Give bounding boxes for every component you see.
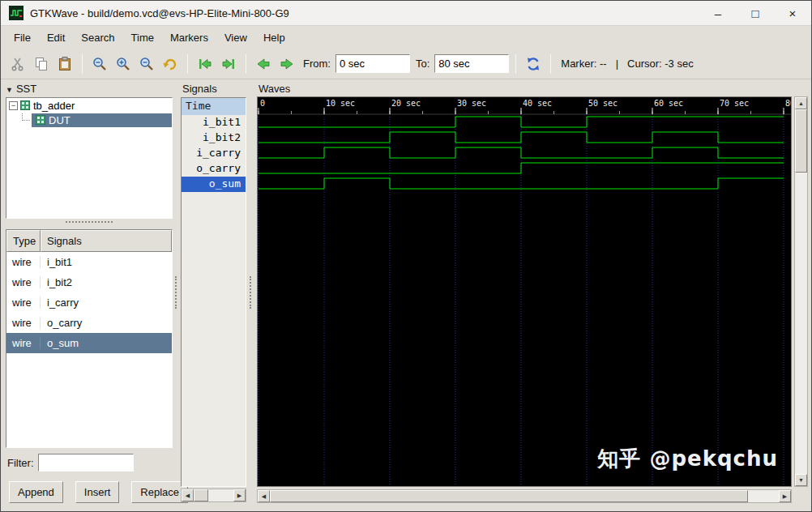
marker-cursor-separator: |	[616, 58, 618, 70]
window-title: GTKWave - build/demo.vcd@evs-HP-Elite-Mi…	[30, 7, 289, 19]
signal-type: wire	[6, 256, 41, 268]
signal-name-item[interactable]: i_carry	[182, 146, 246, 161]
shift-left-icon[interactable]	[253, 53, 274, 75]
replace-button[interactable]: Replace	[131, 481, 188, 503]
vertical-resize-grip[interactable]	[250, 276, 251, 309]
zoom-fit-icon[interactable]	[89, 53, 110, 75]
table-row[interactable]: wire o_carry	[6, 313, 172, 333]
tree-item-tb-adder[interactable]: − tb_adder	[6, 98, 172, 113]
cut-icon[interactable]	[7, 53, 28, 75]
fetch-right-icon[interactable]	[218, 53, 239, 75]
column-header-type[interactable]: Type	[6, 230, 41, 252]
signal-name-item[interactable]: i_bit1	[182, 115, 246, 130]
scrollbar-track[interactable]	[194, 489, 233, 501]
svg-text:30 sec: 30 sec	[457, 99, 486, 108]
svg-text:10 sec: 10 sec	[326, 99, 355, 108]
table-row[interactable]: wire i_bit2	[6, 272, 172, 292]
from-input[interactable]	[335, 54, 410, 73]
svg-text:60 sec: 60 sec	[654, 99, 683, 108]
zoom-out-icon[interactable]	[136, 53, 157, 75]
menu-markers[interactable]: Markers	[162, 28, 216, 48]
close-button[interactable]: ×	[774, 1, 811, 25]
menu-help[interactable]: Help	[255, 28, 293, 48]
window-controls: – □ ×	[699, 1, 811, 25]
menu-file[interactable]: File	[6, 28, 39, 48]
zoom-in-icon[interactable]	[113, 53, 134, 75]
waveform-svg: 010 sec20 sec30 sec40 sec50 sec60 sec70 …	[258, 97, 791, 486]
signal-name-item[interactable]: i_bit2	[182, 130, 246, 146]
filter-input[interactable]	[38, 454, 134, 471]
reload-icon[interactable]	[523, 53, 544, 75]
toolbar-separator	[187, 54, 188, 74]
toolbar-separator	[82, 54, 83, 74]
toolbar-separator	[515, 54, 516, 74]
menu-search[interactable]: Search	[73, 28, 122, 48]
table-row[interactable]: wire i_carry	[6, 292, 172, 313]
module-icon	[36, 115, 45, 125]
scrollbar-track[interactable]	[795, 109, 807, 474]
scroll-right-icon[interactable]: ▶	[779, 490, 791, 502]
tree-item-dut[interactable]: DUT	[6, 113, 172, 127]
vertical-resize-grip[interactable]	[175, 276, 177, 309]
scrollbar-thumb[interactable]	[795, 109, 807, 173]
menubar: File Edit Search Time Markers View Help	[1, 26, 811, 49]
sst-pane-header[interactable]: ▼SST	[6, 83, 36, 95]
append-button[interactable]: Append	[9, 481, 63, 503]
signal-names-panel: Time i_bit1 i_bit2 i_carry o_carry o_sum	[181, 97, 246, 487]
svg-text:0: 0	[260, 99, 265, 108]
waveform-canvas[interactable]: 010 sec20 sec30 sec40 sec50 sec60 sec70 …	[257, 96, 792, 487]
table-row[interactable]: wire i_bit1	[6, 252, 172, 272]
tree-selected-item[interactable]: DUT	[32, 113, 172, 127]
waves-pane-label: Waves	[259, 83, 290, 95]
scroll-left-icon[interactable]: ◀	[258, 490, 270, 502]
scroll-left-icon[interactable]: ◀	[182, 489, 194, 501]
insert-button[interactable]: Insert	[75, 481, 120, 503]
to-input[interactable]	[434, 54, 509, 73]
svg-text:50 sec: 50 sec	[588, 99, 618, 108]
toolbar-separator	[550, 54, 551, 74]
minimize-button[interactable]: –	[699, 1, 737, 25]
scroll-up-icon[interactable]: ▲	[795, 97, 807, 109]
tree-item-label: DUT	[49, 114, 71, 126]
scrollbar-track[interactable]	[270, 490, 779, 502]
waves-horizontal-scrollbar[interactable]: ◀ ▶	[257, 489, 792, 503]
horizontal-resize-grip[interactable]	[66, 221, 113, 223]
gtkwave-app-icon	[9, 6, 24, 20]
sst-label: SST	[16, 83, 36, 95]
table-row-selected[interactable]: wire o_sum	[6, 333, 172, 353]
svg-text:20 sec: 20 sec	[391, 99, 421, 108]
menu-edit[interactable]: Edit	[39, 28, 73, 48]
column-header-signals[interactable]: Signals	[41, 230, 172, 252]
menu-time[interactable]: Time	[123, 28, 162, 48]
from-label: From:	[303, 58, 331, 70]
signal-name-item-selected[interactable]: o_sum	[182, 177, 246, 192]
filter-row: Filter:	[7, 454, 134, 471]
watermark: 知乎 @pekqchu	[597, 445, 778, 473]
fetch-left-icon[interactable]	[194, 53, 216, 75]
scroll-down-icon[interactable]: ▼	[795, 474, 807, 486]
signal-type: wire	[6, 337, 41, 349]
menu-view[interactable]: View	[216, 28, 255, 48]
signal-name-item[interactable]: o_carry	[182, 161, 246, 177]
scrollbar-thumb[interactable]	[270, 490, 748, 502]
marker-readout: Marker: --	[561, 58, 606, 70]
expander-minus-icon[interactable]: −	[9, 101, 18, 110]
module-icon	[20, 100, 30, 110]
signal-name: o_sum	[41, 337, 172, 349]
shift-right-icon[interactable]	[276, 53, 297, 75]
signal-type: wire	[6, 317, 41, 329]
copy-icon[interactable]	[31, 53, 52, 75]
signal-name: i_bit1	[41, 256, 172, 268]
zoom-undo-icon[interactable]	[160, 53, 181, 75]
signals-pane-label: Signals	[182, 83, 217, 95]
titlebar[interactable]: GTKWave - build/demo.vcd@evs-HP-Elite-Mi…	[1, 1, 811, 26]
svg-text:40 sec: 40 sec	[523, 99, 552, 108]
waves-vertical-scrollbar[interactable]: ▲ ▼	[794, 96, 808, 487]
cursor-readout: Cursor: -3 sec	[627, 58, 694, 70]
signals-horizontal-scrollbar[interactable]: ◀ ▶	[181, 489, 246, 502]
scroll-right-icon[interactable]: ▶	[233, 489, 246, 501]
scrollbar-thumb[interactable]	[194, 489, 208, 501]
signal-name: o_carry	[41, 317, 172, 329]
maximize-button[interactable]: □	[737, 1, 774, 25]
paste-icon[interactable]	[54, 53, 75, 75]
